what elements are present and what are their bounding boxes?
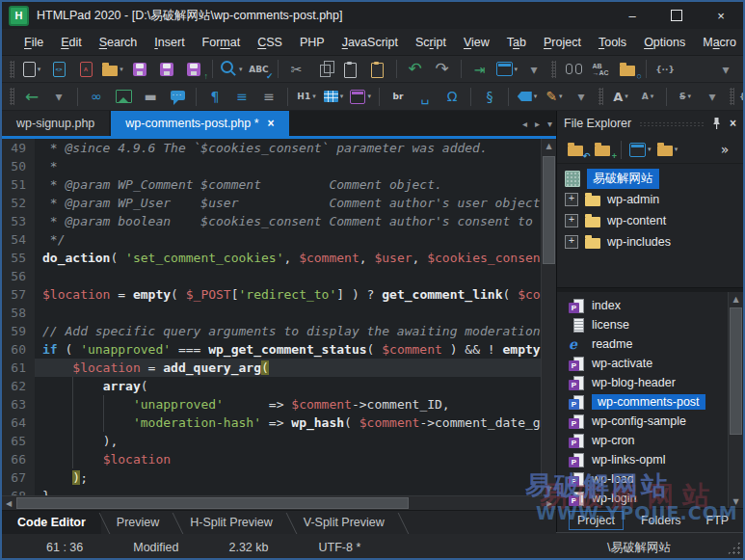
paragraph-button[interactable]: ¶ — [201, 85, 228, 108]
workspace-layout-button[interactable]: ▾ — [493, 58, 521, 81]
open-file-button[interactable]: ▾ — [99, 58, 126, 81]
scroll-down-icon[interactable]: ▼ — [729, 494, 743, 508]
scroll-up-icon[interactable]: ▲ — [542, 139, 556, 152]
menu-tools[interactable]: Tools — [590, 36, 635, 49]
code-editor[interactable]: 49 * @since 4.9.6 The `$cookies_consent`… — [2, 136, 556, 495]
panel-tab-project[interactable]: Project — [569, 511, 624, 530]
document-tab[interactable]: wp-signup.php — [2, 111, 109, 136]
file-item[interactable]: Pwp-config-sample — [557, 412, 729, 431]
menu-edit[interactable]: Edit — [52, 36, 91, 49]
scrollbar-thumb[interactable] — [16, 497, 409, 509]
indent-button[interactable]: ⇥ — [466, 58, 493, 81]
strikethrough-button[interactable]: S▾ — [672, 85, 699, 108]
insert-tag-button[interactable]: ▾ — [514, 85, 541, 108]
toolbar-overflow-button[interactable]: ▾ — [712, 58, 739, 81]
toolbar-grip[interactable] — [730, 88, 734, 105]
menu-options[interactable]: Options — [635, 36, 694, 49]
code-library-button[interactable]: {⊕}▾ — [738, 85, 745, 108]
save-button[interactable] — [126, 58, 153, 81]
menu-file[interactable]: File — [15, 36, 52, 49]
minimize-button[interactable]: – — [610, 2, 654, 29]
format-more-button[interactable]: ▾ — [568, 85, 595, 108]
view-tab-code-editor[interactable]: Code Editor — [2, 511, 101, 534]
toolbar-grip[interactable] — [551, 61, 556, 78]
insert-script-button[interactable]: § — [476, 85, 503, 108]
non-breaking-space-button[interactable]: ␣ — [412, 85, 439, 108]
panel-tab-folders[interactable]: Folders — [633, 512, 689, 529]
find-in-files-button[interactable] — [560, 58, 587, 81]
tree-item[interactable]: +wp-admin — [557, 189, 743, 210]
toolbar-grip[interactable] — [10, 61, 14, 78]
file-item[interactable]: Pwp-blog-header — [557, 373, 729, 392]
file-item[interactable]: Pwp-load — [557, 469, 729, 489]
file-item[interactable]: Pwp-comments-post — [557, 392, 729, 412]
menu-css[interactable]: CSS — [249, 36, 291, 49]
panel-grip[interactable] — [639, 121, 704, 128]
scroll-up-icon[interactable]: ▲ — [729, 292, 743, 306]
hyperlink-button[interactable]: ∞ — [83, 85, 110, 108]
new-style-document-button[interactable]: A — [72, 58, 99, 81]
code-snippets-button[interactable]: {··} — [652, 58, 678, 81]
expand-icon[interactable]: + — [565, 235, 578, 249]
new-html-document-button[interactable]: <> — [45, 58, 72, 81]
bullet-list-button[interactable]: ≡ — [228, 85, 255, 108]
panel-tab-ftp[interactable]: FTP — [699, 512, 737, 529]
menu-javascript[interactable]: JavaScript — [333, 36, 407, 49]
undo-button[interactable]: ↶ — [402, 58, 429, 81]
toolbar-more-button[interactable]: ▾ — [520, 58, 547, 81]
insert-image-button[interactable] — [110, 85, 137, 108]
horizontal-rule-button[interactable]: ▬ — [137, 85, 164, 108]
resize-grip[interactable] — [727, 541, 741, 555]
format-painter-button[interactable]: ✎▾ — [541, 85, 568, 108]
heading-button[interactable]: H1▾ — [293, 85, 320, 108]
editor-horizontal-scrollbar[interactable]: ◀ ▶ — [2, 495, 556, 510]
menu-search[interactable]: Search — [91, 36, 146, 49]
navigate-more-button[interactable]: ▾ — [45, 85, 72, 108]
menu-php[interactable]: PHP — [291, 36, 333, 49]
increase-font-button[interactable]: A▾ — [607, 85, 634, 108]
scroll-down-icon[interactable]: ▼ — [542, 482, 556, 495]
file-item[interactable]: Pwp-login — [557, 489, 729, 508]
scroll-left-icon[interactable]: ◀ — [2, 499, 15, 508]
spell-check-button[interactable]: ABC✓ — [246, 58, 273, 81]
file-item[interactable]: Pwp-cron — [557, 431, 729, 450]
view-tab-h-split-preview[interactable]: H-Split Preview — [174, 511, 287, 534]
add-folder-button[interactable]: + — [589, 138, 616, 161]
menu-script[interactable]: Script — [407, 36, 455, 49]
numbered-list-button[interactable]: ≡ — [255, 85, 282, 108]
tree-item[interactable]: +wp-content — [557, 210, 743, 231]
scrollbar-thumb[interactable] — [730, 307, 742, 435]
toolbar-grip[interactable] — [10, 88, 14, 105]
cut-button[interactable]: ✂ — [283, 58, 310, 81]
menu-insert[interactable]: Insert — [146, 36, 193, 49]
close-button[interactable]: × — [699, 2, 743, 29]
tab-scroll-left-icon[interactable]: ◂ — [522, 119, 527, 129]
file-item[interactable]: Pindex — [557, 296, 729, 315]
view-tab-v-split-preview[interactable]: V-Split Preview — [288, 511, 400, 534]
search-button[interactable]: ▾ — [218, 58, 246, 81]
replace-in-files-button[interactable]: AB→AC — [587, 58, 614, 81]
paste-button[interactable] — [337, 58, 364, 81]
scroll-right-icon[interactable]: ▶ — [543, 499, 556, 508]
menu-tab[interactable]: Tab — [498, 36, 535, 49]
menu-format[interactable]: Format — [194, 36, 250, 49]
notes-clipboard-button[interactable] — [364, 58, 391, 81]
editor-vertical-scrollbar[interactable]: ▲ ▼ — [541, 139, 556, 495]
tree-item[interactable]: +wp-includes — [557, 231, 743, 253]
insert-form-button[interactable]: ▾ — [347, 85, 374, 108]
line-break-button[interactable]: br — [385, 85, 412, 108]
special-character-button[interactable]: Ω — [439, 85, 466, 108]
panel-close-button[interactable]: × — [730, 117, 736, 130]
explorer-view-button[interactable]: ▾ — [626, 138, 654, 161]
expand-icon[interactable]: + — [565, 193, 578, 206]
scrollbar-thumb[interactable] — [543, 156, 555, 264]
redo-button[interactable]: ↷ — [429, 58, 456, 81]
view-tab-preview[interactable]: Preview — [101, 511, 174, 534]
file-item[interactable]: Pwp-links-opml — [557, 450, 729, 469]
new-document-button[interactable]: ▾ — [18, 58, 45, 81]
refresh-project-button[interactable]: ↶ — [562, 138, 589, 161]
insert-table-button[interactable]: ▾ — [320, 85, 347, 108]
file-item[interactable]: Pwp-activate — [557, 354, 729, 373]
save-publish-button[interactable]: ↑ — [180, 58, 207, 81]
maximize-button[interactable] — [654, 2, 699, 29]
